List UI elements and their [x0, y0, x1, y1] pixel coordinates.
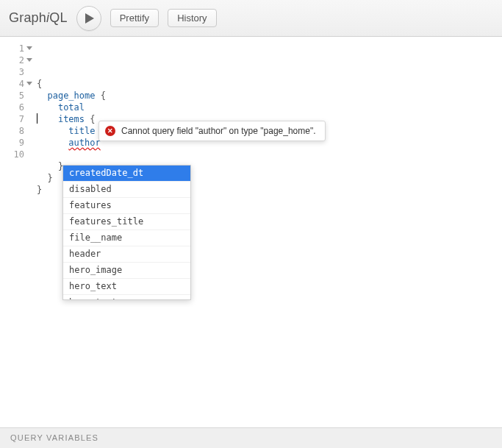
editor: 12345678910 { page_home { total items { …: [0, 37, 502, 427]
query-variables-bar[interactable]: Query Variables: [0, 427, 502, 448]
line-number: 9: [0, 137, 26, 149]
line-number: 3: [0, 66, 26, 78]
error-message: Cannot query field "author" on type "pag…: [121, 126, 316, 136]
autocomplete-popup[interactable]: createdDate_dtdisabledfeaturesfeatures_t…: [62, 165, 191, 300]
autocomplete-item[interactable]: hero_image: [63, 263, 190, 279]
line-number: 5: [0, 90, 26, 102]
query-variables-label: Query Variables: [10, 433, 98, 442]
error-icon: ✕: [105, 126, 115, 136]
toolbar: GraphiQL Prettify History: [0, 0, 502, 37]
code-line: [37, 149, 502, 160]
autocomplete-item[interactable]: disabled: [63, 182, 190, 198]
text-cursor: [37, 113, 37, 124]
autocomplete-item[interactable]: features_title: [63, 214, 190, 230]
execute-button[interactable]: [76, 6, 101, 31]
svg-marker-0: [85, 13, 94, 24]
logo-text-prefix: Graph: [9, 10, 46, 25]
play-icon: [85, 13, 94, 24]
autocomplete-item[interactable]: hero_text_raw: [63, 295, 190, 300]
line-gutter: 12345678910: [0, 37, 26, 427]
autocomplete-item[interactable]: hero_text: [63, 279, 190, 295]
line-number: 2: [0, 54, 26, 66]
history-button[interactable]: History: [168, 9, 216, 27]
error-tooltip: ✕ Cannot query field "author" on type "p…: [98, 121, 326, 141]
logo: GraphiQL: [9, 10, 68, 26]
line-number: 4: [0, 78, 26, 90]
line-number: 10: [0, 149, 26, 160]
line-number: 1: [0, 43, 26, 54]
prettify-button[interactable]: Prettify: [110, 9, 159, 27]
line-number: 8: [0, 125, 26, 137]
line-number: 7: [0, 113, 26, 125]
code-line: total: [37, 102, 502, 113]
autocomplete-item[interactable]: file__name: [63, 230, 190, 246]
autocomplete-item[interactable]: features: [63, 198, 190, 214]
code-line: {: [37, 78, 502, 90]
autocomplete-item[interactable]: header: [63, 246, 190, 263]
logo-text-suffix: QL: [49, 10, 67, 25]
autocomplete-item[interactable]: createdDate_dt: [63, 166, 190, 182]
code-line: page_home {: [37, 90, 502, 102]
line-number: 6: [0, 102, 26, 113]
